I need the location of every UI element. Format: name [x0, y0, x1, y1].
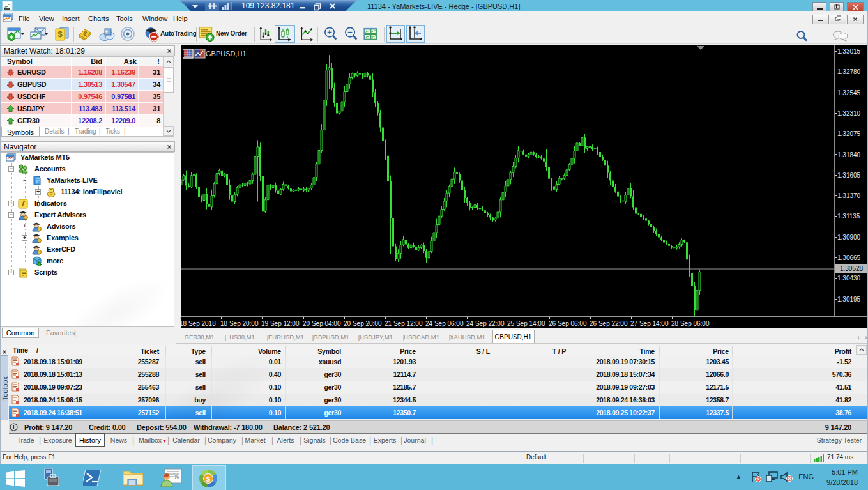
svg-text:$: $ — [206, 475, 210, 483]
svg-text:$: $ — [57, 29, 63, 39]
